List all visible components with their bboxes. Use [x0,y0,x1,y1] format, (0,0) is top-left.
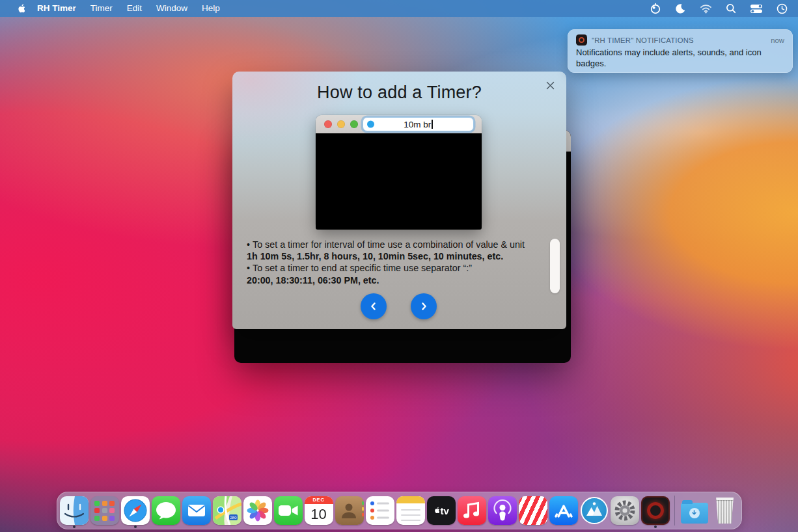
menu-help[interactable]: Help [195,0,227,17]
downloads-folder-icon [680,496,709,525]
close-button[interactable] [543,78,557,92]
menu-edit[interactable]: Edit [120,0,149,17]
dock-item-maps[interactable]: 280 [212,492,242,529]
photos-icon [243,496,272,525]
notification-body: Notifications may include alerts, sounds… [576,47,784,69]
launchpad-icon [90,496,119,525]
instruction-line: •To set a timer to end at specific time … [247,262,557,274]
next-page-button[interactable] [411,293,437,319]
timer-input-value: 10m br [404,120,431,129]
clock-icon[interactable] [777,0,788,17]
dock-item-rh-timer[interactable] [640,492,670,529]
menu-window[interactable]: Window [149,0,195,17]
wifi-icon[interactable] [700,0,712,17]
appstore-icon [549,496,578,525]
apple-logo-icon [433,507,439,514]
menu-bar: RH Timer Timer Edit Window Help [0,0,798,17]
do-not-disturb-moon-icon[interactable] [675,0,686,17]
menu-app-name[interactable]: RH Timer [30,0,83,17]
maps-route-badge: 280 [230,516,237,520]
maps-icon: 280 [213,496,241,525]
text-caret [432,120,433,129]
instruction-line: 1h 10m 5s, 1.5hr, 8 hours, 10, 10min 5se… [247,250,557,262]
dock: 280 [57,492,742,529]
notification-time: now [771,36,784,44]
menu-timer[interactable]: Timer [83,0,120,17]
dock-item-mail[interactable] [181,492,212,529]
system-preferences-icon [611,496,639,525]
reminders-icon [366,496,394,525]
music-icon [458,496,486,525]
dock-item-notes[interactable] [395,492,426,529]
how-to-add-timer-dialog: How to add a Timer? 10m br •To set a tim… [232,72,566,329]
dialog-scrollbar[interactable] [550,239,560,293]
dock-item-appletv[interactable]: tv [426,492,456,529]
instructions-block: •To set a timer for interval of time use… [247,239,557,286]
calendar-month: DEC [305,496,333,504]
rh-timer-app-icon [576,34,587,46]
chevron-right-icon [419,301,429,312]
illustration-titlebar: 10m br [316,115,482,133]
instruction-line: 20:00, 18:30:11, 06:30 PM, etc. [247,274,557,286]
facetime-icon [274,496,303,525]
control-center-icon[interactable] [750,0,763,17]
dock-item-facetime[interactable] [273,492,303,529]
dock-item-calendar[interactable]: DEC 10 [303,492,334,529]
dock-item-mountain-app[interactable] [579,492,609,529]
dock-item-finder[interactable] [59,492,89,529]
notes-icon [396,496,425,525]
close-icon [545,81,555,90]
news-icon [519,496,547,525]
download-arrow-icon [691,510,697,516]
mountain-app-icon [580,496,609,525]
chevron-left-icon [368,301,379,312]
dock-item-system-preferences[interactable] [609,492,640,529]
contacts-icon [335,496,364,525]
safari-icon [121,496,150,525]
rh-timer-icon [641,496,670,525]
mail-icon [182,496,211,525]
rh-timer-status-icon[interactable] [650,0,661,17]
trash-icon [711,496,739,525]
dock-item-downloads[interactable] [679,492,709,529]
notification-banner[interactable]: "RH TIMER" NOTIFICATIONS now Notificatio… [568,29,793,73]
calendar-day: 10 [305,504,333,525]
dock-item-launchpad[interactable] [89,492,120,529]
illustration-window-body [316,133,482,230]
appletv-label: tv [441,505,449,516]
dock-item-photos[interactable] [242,492,273,529]
timer-bullet-icon [367,121,374,128]
timer-window-illustration: 10m br [316,115,482,230]
dock-item-trash[interactable] [709,492,740,529]
instruction-line: •To set a timer for interval of time use… [247,239,557,250]
appletv-icon: tv [427,496,456,525]
notification-title: "RH TIMER" NOTIFICATIONS [592,36,766,44]
apple-menu[interactable] [14,3,26,14]
dock-item-contacts[interactable] [334,492,365,529]
podcasts-icon [488,496,517,525]
traffic-light-close-icon [324,120,332,128]
dock-separator [674,496,675,525]
dialog-title: How to add a Timer? [232,83,566,103]
dock-item-music[interactable] [456,492,487,529]
traffic-light-minimize-icon [337,120,345,128]
calendar-icon: DEC 10 [305,496,333,525]
traffic-light-zoom-icon [350,120,358,128]
dock-item-safari[interactable] [120,492,150,529]
messages-icon [152,496,180,525]
dock-item-news[interactable] [517,492,548,529]
search-icon[interactable] [726,0,736,17]
dock-item-appstore[interactable] [548,492,579,529]
timer-input-field: 10m br [363,117,474,131]
finder-icon [60,496,89,525]
dock-item-reminders[interactable] [365,492,395,529]
previous-page-button[interactable] [361,293,387,319]
dock-item-podcasts[interactable] [487,492,517,529]
apple-logo-icon [16,3,25,14]
dock-item-messages[interactable] [150,492,181,529]
